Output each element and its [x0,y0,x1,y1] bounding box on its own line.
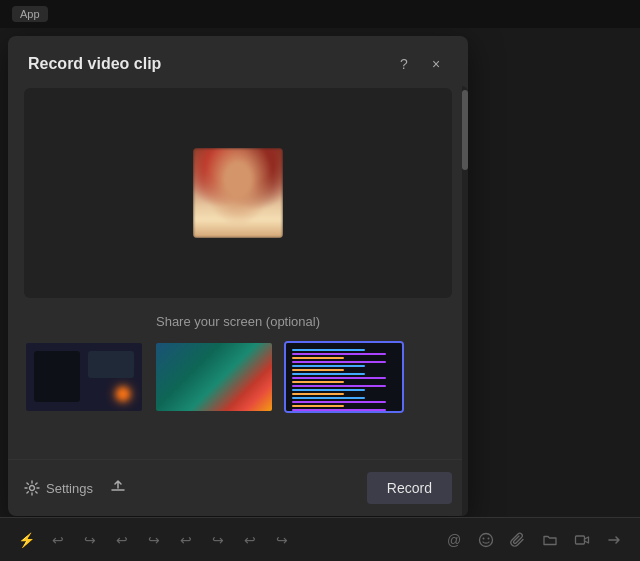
app-wrapper: App Record video clip ? × [0,0,640,561]
app-title: App [12,6,48,22]
screen-thumb-2 [156,343,272,411]
gear-icon [24,480,40,496]
svg-point-2 [483,537,485,539]
modal-header: Record video clip ? × [8,36,468,88]
redo3-icon[interactable]: ↪ [204,526,232,554]
modal-title: Record video clip [28,55,161,73]
send-icon[interactable] [600,526,628,554]
screen-option-2[interactable] [154,341,274,413]
redo-icon[interactable]: ↪ [76,526,104,554]
screen-options-list [24,341,452,413]
video-icon[interactable] [568,526,596,554]
main-area: Record video clip ? × Share y [0,28,640,517]
settings-button[interactable]: Settings [24,480,93,496]
undo2-icon[interactable]: ↩ [108,526,136,554]
footer-left: Settings [24,477,127,499]
screen-option-3[interactable] [284,341,404,413]
settings-label: Settings [46,481,93,496]
app-header: App [0,0,640,28]
screen-option-1[interactable] [24,341,144,413]
svg-point-3 [488,537,490,539]
upload-button[interactable] [109,477,127,499]
share-screen-label: Share your screen (optional) [24,314,452,329]
modal-header-actions: ? × [392,52,448,76]
modal-scrollbar[interactable] [462,86,468,516]
screen-thumb-1 [26,343,142,411]
avatar-image [193,148,283,238]
modal-overlay: Record video clip ? × Share y [0,28,640,517]
screen-thumb-3 [286,343,402,411]
screen-glow [116,387,130,401]
attachment-icon[interactable] [504,526,532,554]
undo3-icon[interactable]: ↩ [172,526,200,554]
modal-footer: Settings Record [8,459,468,516]
action2-icon[interactable]: ↪ [268,526,296,554]
svg-rect-4 [576,536,585,544]
folder-icon[interactable] [536,526,564,554]
record-button[interactable]: Record [367,472,452,504]
redo2-icon[interactable]: ↪ [140,526,168,554]
undo-icon[interactable]: ↩ [44,526,72,554]
help-button[interactable]: ? [392,52,416,76]
toolbar-right: @ [440,526,628,554]
emoji-icon[interactable] [472,526,500,554]
upload-icon [109,477,127,495]
bottom-toolbar: ⚡ ↩ ↪ ↩ ↪ ↩ ↪ ↩ ↪ @ [0,517,640,561]
svg-point-0 [30,486,35,491]
record-video-modal: Record video clip ? × Share y [8,36,468,516]
svg-point-1 [480,533,493,546]
scrollbar-thumb [462,90,468,170]
modal-body: Share your screen (optional) [8,88,468,459]
code-lines [290,347,398,413]
avatar-preview [193,148,283,238]
action1-icon[interactable]: ↩ [236,526,264,554]
video-preview-area [24,88,452,298]
at-icon[interactable]: @ [440,526,468,554]
close-button[interactable]: × [424,52,448,76]
lightning-icon[interactable]: ⚡ [12,526,40,554]
